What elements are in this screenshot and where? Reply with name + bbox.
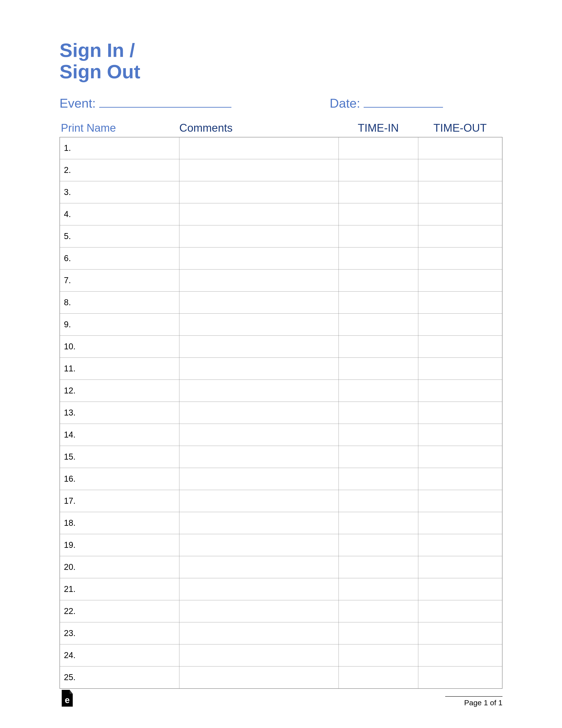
comments-cell[interactable] xyxy=(179,424,338,446)
time-in-cell[interactable] xyxy=(338,600,418,622)
time-out-cell[interactable] xyxy=(418,203,502,225)
time-in-cell[interactable] xyxy=(338,556,418,578)
row-number-cell[interactable]: 23. xyxy=(60,622,179,644)
time-out-cell[interactable] xyxy=(418,159,502,181)
row-number-cell[interactable]: 1. xyxy=(60,137,179,159)
comments-cell[interactable] xyxy=(179,600,338,622)
time-out-cell[interactable] xyxy=(418,358,502,380)
row-number-cell[interactable]: 9. xyxy=(60,314,179,336)
time-out-cell[interactable] xyxy=(418,181,502,203)
time-in-cell[interactable] xyxy=(338,666,418,689)
time-out-cell[interactable] xyxy=(418,402,502,424)
row-number-cell[interactable]: 8. xyxy=(60,292,179,314)
time-out-cell[interactable] xyxy=(418,512,502,534)
time-in-cell[interactable] xyxy=(338,424,418,446)
row-number-cell[interactable]: 18. xyxy=(60,512,179,534)
time-in-cell[interactable] xyxy=(338,490,418,512)
comments-cell[interactable] xyxy=(179,358,338,380)
row-number-cell[interactable]: 21. xyxy=(60,578,179,600)
row-number-cell[interactable]: 25. xyxy=(60,666,179,689)
comments-cell[interactable] xyxy=(179,666,338,689)
time-out-cell[interactable] xyxy=(418,468,502,490)
row-number-cell[interactable]: 7. xyxy=(60,269,179,292)
time-out-cell[interactable] xyxy=(418,578,502,600)
time-in-cell[interactable] xyxy=(338,512,418,534)
comments-cell[interactable] xyxy=(179,622,338,644)
time-in-cell[interactable] xyxy=(338,314,418,336)
comments-cell[interactable] xyxy=(179,446,338,468)
row-number-cell[interactable]: 15. xyxy=(60,446,179,468)
comments-cell[interactable] xyxy=(179,644,338,666)
time-in-cell[interactable] xyxy=(338,578,418,600)
time-out-cell[interactable] xyxy=(418,534,502,556)
comments-cell[interactable] xyxy=(179,468,338,490)
time-in-cell[interactable] xyxy=(338,336,418,358)
time-in-cell[interactable] xyxy=(338,269,418,292)
time-in-cell[interactable] xyxy=(338,181,418,203)
comments-cell[interactable] xyxy=(179,490,338,512)
time-out-cell[interactable] xyxy=(418,247,502,269)
comments-cell[interactable] xyxy=(179,556,338,578)
comments-cell[interactable] xyxy=(179,380,338,402)
date-input-line[interactable] xyxy=(364,97,443,108)
time-out-cell[interactable] xyxy=(418,446,502,468)
time-in-cell[interactable] xyxy=(338,468,418,490)
row-number-cell[interactable]: 2. xyxy=(60,159,179,181)
time-out-cell[interactable] xyxy=(418,314,502,336)
comments-cell[interactable] xyxy=(179,534,338,556)
time-out-cell[interactable] xyxy=(418,666,502,689)
comments-cell[interactable] xyxy=(179,402,338,424)
row-number-cell[interactable]: 22. xyxy=(60,600,179,622)
time-out-cell[interactable] xyxy=(418,424,502,446)
event-input-line[interactable] xyxy=(99,97,232,108)
time-out-cell[interactable] xyxy=(418,622,502,644)
time-out-cell[interactable] xyxy=(418,490,502,512)
time-in-cell[interactable] xyxy=(338,358,418,380)
row-number-cell[interactable]: 6. xyxy=(60,247,179,269)
comments-cell[interactable] xyxy=(179,203,338,225)
time-in-cell[interactable] xyxy=(338,225,418,247)
time-in-cell[interactable] xyxy=(338,203,418,225)
time-out-cell[interactable] xyxy=(418,137,502,159)
time-out-cell[interactable] xyxy=(418,556,502,578)
comments-cell[interactable] xyxy=(179,247,338,269)
row-number-cell[interactable]: 14. xyxy=(60,424,179,446)
comments-cell[interactable] xyxy=(179,292,338,314)
time-in-cell[interactable] xyxy=(338,644,418,666)
time-in-cell[interactable] xyxy=(338,292,418,314)
row-number-cell[interactable]: 16. xyxy=(60,468,179,490)
row-number-cell[interactable]: 12. xyxy=(60,380,179,402)
time-out-cell[interactable] xyxy=(418,292,502,314)
row-number-cell[interactable]: 4. xyxy=(60,203,179,225)
time-out-cell[interactable] xyxy=(418,225,502,247)
row-number-cell[interactable]: 19. xyxy=(60,534,179,556)
comments-cell[interactable] xyxy=(179,512,338,534)
time-out-cell[interactable] xyxy=(418,380,502,402)
row-number-cell[interactable]: 24. xyxy=(60,644,179,666)
comments-cell[interactable] xyxy=(179,181,338,203)
comments-cell[interactable] xyxy=(179,336,338,358)
row-number-cell[interactable]: 3. xyxy=(60,181,179,203)
time-in-cell[interactable] xyxy=(338,247,418,269)
row-number-cell[interactable]: 11. xyxy=(60,358,179,380)
comments-cell[interactable] xyxy=(179,314,338,336)
time-out-cell[interactable] xyxy=(418,269,502,292)
time-in-cell[interactable] xyxy=(338,402,418,424)
comments-cell[interactable] xyxy=(179,269,338,292)
time-out-cell[interactable] xyxy=(418,336,502,358)
comments-cell[interactable] xyxy=(179,578,338,600)
row-number-cell[interactable]: 13. xyxy=(60,402,179,424)
time-in-cell[interactable] xyxy=(338,446,418,468)
time-in-cell[interactable] xyxy=(338,534,418,556)
time-in-cell[interactable] xyxy=(338,137,418,159)
comments-cell[interactable] xyxy=(179,137,338,159)
time-in-cell[interactable] xyxy=(338,380,418,402)
time-out-cell[interactable] xyxy=(418,644,502,666)
row-number-cell[interactable]: 10. xyxy=(60,336,179,358)
comments-cell[interactable] xyxy=(179,159,338,181)
row-number-cell[interactable]: 20. xyxy=(60,556,179,578)
time-in-cell[interactable] xyxy=(338,622,418,644)
comments-cell[interactable] xyxy=(179,225,338,247)
time-out-cell[interactable] xyxy=(418,600,502,622)
row-number-cell[interactable]: 5. xyxy=(60,225,179,247)
